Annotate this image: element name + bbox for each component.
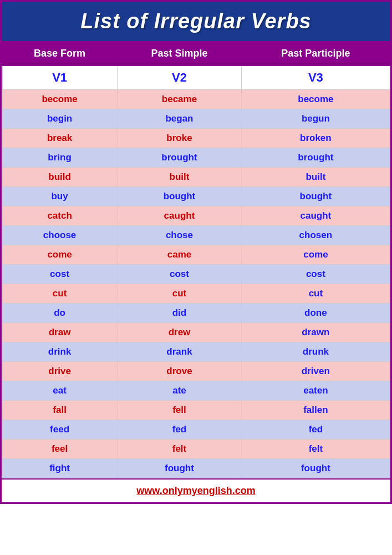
- header-past-participle: Past Participle: [242, 42, 390, 65]
- cell-v3: chosen: [242, 226, 390, 245]
- page-title: List of Irregular Verbs: [7, 9, 385, 33]
- cell-v2: ate: [117, 381, 242, 401]
- cell-v1: draw: [2, 323, 117, 342]
- cell-v3: fed: [242, 420, 390, 440]
- cell-v3: fallen: [242, 401, 390, 420]
- cell-v1: cost: [2, 265, 117, 284]
- cell-v3: cost: [242, 265, 390, 284]
- cell-v1: build: [2, 168, 117, 187]
- table-row: drive drove driven: [2, 362, 390, 381]
- cell-v3: bought: [242, 187, 390, 206]
- cell-v1: do: [2, 304, 117, 323]
- table-row: break broke broken: [2, 129, 390, 148]
- table-row: buy bought bought: [2, 187, 390, 206]
- cell-v1: choose: [2, 226, 117, 245]
- table-row: draw drew drawn: [2, 323, 390, 342]
- column-headers: Base Form Past Simple Past Participle: [2, 42, 390, 65]
- cell-v2: drove: [117, 362, 242, 381]
- table-row: build built built: [2, 168, 390, 187]
- table-row: catch caught caught: [2, 206, 390, 226]
- table-row: fight fought fought: [2, 459, 390, 478]
- cell-v1: fight: [2, 459, 117, 478]
- cell-v2: became: [117, 90, 242, 109]
- cell-v2: cut: [117, 284, 242, 304]
- cell-v2: drank: [117, 342, 242, 362]
- cell-v1: drive: [2, 362, 117, 381]
- cell-v2: brought: [117, 148, 242, 168]
- cell-v1: fall: [2, 401, 117, 420]
- cell-v1: catch: [2, 206, 117, 226]
- cell-v1: begin: [2, 109, 117, 129]
- cell-v3: brought: [242, 148, 390, 168]
- cell-v3: broken: [242, 129, 390, 148]
- cell-v2: felt: [117, 440, 242, 459]
- cell-v1: buy: [2, 187, 117, 206]
- cell-v3: cut: [242, 284, 390, 304]
- table-row: do did done: [2, 304, 390, 323]
- table-row: feed fed fed: [2, 420, 390, 440]
- header-base-form: Base Form: [2, 42, 117, 65]
- cell-v3: begun: [242, 109, 390, 129]
- cell-v2: came: [117, 245, 242, 265]
- table-row: feel felt felt: [2, 440, 390, 459]
- cell-v3: fought: [242, 459, 390, 478]
- cell-v2: fed: [117, 420, 242, 440]
- title-bar: List of Irregular Verbs: [2, 2, 390, 41]
- table-row: become became become: [2, 90, 390, 109]
- subheader-v2: V2: [117, 65, 242, 90]
- cell-v3: drawn: [242, 323, 390, 342]
- cell-v2: built: [117, 168, 242, 187]
- cell-v3: come: [242, 245, 390, 265]
- cell-v1: drink: [2, 342, 117, 362]
- table-row: cut cut cut: [2, 284, 390, 304]
- cell-v2: fought: [117, 459, 242, 478]
- cell-v2: chose: [117, 226, 242, 245]
- subheader-v1: V1: [2, 65, 117, 90]
- table-row: come came come: [2, 245, 390, 265]
- cell-v3: become: [242, 90, 390, 109]
- cell-v2: caught: [117, 206, 242, 226]
- cell-v3: caught: [242, 206, 390, 226]
- cell-v1: break: [2, 129, 117, 148]
- verbs-table: Base Form Past Simple Past Participle V1…: [2, 41, 390, 478]
- cell-v2: bought: [117, 187, 242, 206]
- cell-v3: drunk: [242, 342, 390, 362]
- cell-v3: done: [242, 304, 390, 323]
- footer-bar: www.onlymyenglish.com: [2, 478, 390, 502]
- table-body: become became become begin began begun b…: [2, 90, 390, 478]
- cell-v2: fell: [117, 401, 242, 420]
- table-row: eat ate eaten: [2, 381, 390, 401]
- table-row: cost cost cost: [2, 265, 390, 284]
- table-row: fall fell fallen: [2, 401, 390, 420]
- cell-v1: eat: [2, 381, 117, 401]
- table-row: choose chose chosen: [2, 226, 390, 245]
- cell-v1: become: [2, 90, 117, 109]
- cell-v2: cost: [117, 265, 242, 284]
- page-wrapper: List of Irregular Verbs Base Form Past S…: [0, 0, 392, 504]
- header-past-simple: Past Simple: [117, 42, 242, 65]
- cell-v3: eaten: [242, 381, 390, 401]
- cell-v2: broke: [117, 129, 242, 148]
- cell-v3: built: [242, 168, 390, 187]
- cell-v1: cut: [2, 284, 117, 304]
- table-row: bring brought brought: [2, 148, 390, 168]
- cell-v2: did: [117, 304, 242, 323]
- subheader-row: V1 V2 V3: [2, 65, 390, 90]
- table-row: drink drank drunk: [2, 342, 390, 362]
- cell-v1: feed: [2, 420, 117, 440]
- cell-v3: driven: [242, 362, 390, 381]
- table-container: Base Form Past Simple Past Participle V1…: [2, 41, 390, 478]
- cell-v1: feel: [2, 440, 117, 459]
- table-row: begin began begun: [2, 109, 390, 129]
- cell-v2: began: [117, 109, 242, 129]
- cell-v1: come: [2, 245, 117, 265]
- cell-v2: drew: [117, 323, 242, 342]
- subheader-v3: V3: [242, 65, 390, 90]
- cell-v1: bring: [2, 148, 117, 168]
- cell-v3: felt: [242, 440, 390, 459]
- footer-link[interactable]: www.onlymyenglish.com: [136, 485, 255, 496]
